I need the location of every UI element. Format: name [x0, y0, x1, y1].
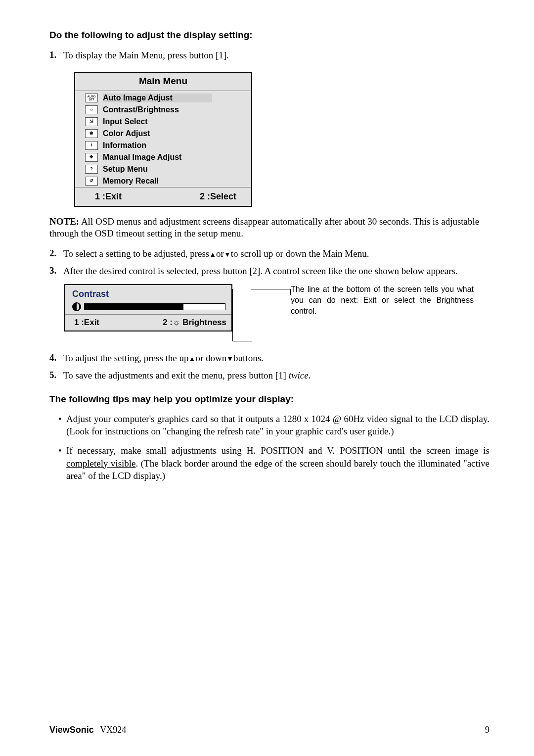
text-fragment: to scroll up or down the Main Menu.: [231, 248, 369, 259]
recall-icon: ↺: [85, 177, 98, 186]
info-icon: i: [85, 141, 98, 150]
main-menu-footer: 1 :Exit 2 :Select: [75, 187, 251, 206]
contrast-label: Contrast: [72, 289, 225, 299]
tips-list: • Adjust your computer's graphics card s…: [49, 413, 490, 482]
main-menu-osd: Main Menu AUTOSET Auto Image Adjust ☼ Co…: [74, 72, 252, 207]
menu-item-label: Auto Image Adjust: [103, 94, 212, 102]
emphasized-text: twice: [289, 370, 309, 380]
menu-item-color-adjust: ❀ Color Adjust: [78, 128, 248, 140]
footer-left: ViewSonic VX924: [49, 725, 126, 735]
step-4: 4. To adjust the setting, press the up▲o…: [49, 352, 490, 365]
text-fragment: or: [216, 248, 224, 259]
text-fragment: To adjust the setting, press the up: [63, 353, 189, 363]
tip-text: Adjust your computer's graphics card so …: [66, 413, 490, 438]
tip-item: • If necessary, make small adjustments u…: [58, 444, 490, 482]
menu-item-input-select: ⇲ Input Select: [78, 116, 248, 128]
contrast-exit: 1 :Exit: [74, 318, 99, 328]
bullet-icon: •: [58, 413, 66, 438]
menu-item-label: Color Adjust: [103, 129, 150, 138]
note-label: NOTE:: [49, 216, 79, 227]
menu-item-label: Contrast/Brightness: [103, 105, 179, 114]
menu-item-information: i Information: [78, 140, 248, 151]
auto-set-icon: AUTOSET: [85, 94, 98, 102]
tips-heading: The following tips may help you optimize…: [49, 394, 490, 405]
text-fragment: If necessary, make small adjustments usi…: [66, 445, 490, 456]
contrast-knob-icon: [72, 302, 81, 311]
model-name: VX924: [100, 725, 126, 735]
menu-item-auto-image-adjust: AUTOSET Auto Image Adjust: [78, 92, 248, 104]
contrast-osd: Contrast 1 :Exit 2 :☼ Brightness: [64, 284, 232, 331]
main-menu-list: AUTOSET Auto Image Adjust ☼ Contrast/Bri…: [75, 91, 251, 187]
step-1: 1. To display the Main Menu, press butto…: [49, 49, 490, 62]
step-text: To display the Main Menu, press button […: [63, 49, 490, 62]
menu-item-contrast-brightness: ☼ Contrast/Brightness: [78, 104, 248, 116]
up-arrow-icon: ▲: [209, 251, 216, 258]
tip-item: • Adjust your computer's graphics card s…: [58, 413, 490, 438]
step-number: 5.: [49, 370, 63, 382]
down-arrow-icon: ▼: [226, 355, 233, 363]
step-text: After the desired control is selected, p…: [63, 265, 490, 278]
underlined-text: completely visible: [66, 458, 136, 469]
callout-text: The line at the bottom of the screen tel…: [291, 284, 474, 316]
contrast-track: [84, 303, 225, 310]
menu-item-setup-menu: ? Setup Menu: [78, 163, 248, 175]
contrast-top: Contrast: [65, 285, 231, 315]
question-icon: ?: [85, 165, 98, 174]
menu-item-manual-image-adjust: ✥ Manual Image Adjust: [78, 151, 248, 163]
step-text: To adjust the setting, press the up▲or d…: [63, 352, 490, 365]
text-fragment: To select a setting to be adjusted, pres…: [63, 248, 209, 259]
page-footer: ViewSonic VX924 9: [49, 725, 490, 735]
text-fragment: buttons.: [233, 353, 264, 363]
menu-item-label: Manual Image Adjust: [103, 153, 181, 162]
section-heading: Do the following to adjust the display s…: [49, 30, 490, 41]
step-3: 3. After the desired control is selected…: [49, 265, 490, 278]
down-arrow-icon: ▼: [224, 251, 231, 258]
contrast-footer: 1 :Exit 2 :☼ Brightness: [65, 315, 231, 331]
contrast-brightness-option: 2 :☼ Brightness: [163, 318, 226, 328]
main-menu-title: Main Menu: [75, 73, 251, 91]
up-arrow-icon: ▲: [189, 355, 196, 363]
contrast-figure: Contrast 1 :Exit 2 :☼ Brightness The lin…: [64, 284, 490, 341]
text-fragment: or down: [195, 353, 226, 363]
contrast-remaining: [183, 303, 225, 310]
step-2: 2. To select a setting to be adjusted, p…: [49, 248, 490, 260]
menu-item-label: Information: [103, 141, 146, 150]
tip-text: If necessary, make small adjustments usi…: [66, 444, 490, 482]
note-paragraph: NOTE: All OSD menus and adjustment scree…: [49, 216, 490, 240]
callout-leader-line: [232, 289, 252, 341]
contrast-fill: [84, 303, 183, 310]
step-number: 2.: [49, 248, 63, 260]
footer-select: 2 :Select: [200, 191, 236, 202]
step-5: 5. To save the adjustments and exit the …: [49, 370, 490, 382]
step-number: 1.: [49, 49, 63, 62]
step-number: 4.: [49, 352, 63, 365]
bullet-icon: •: [58, 444, 66, 482]
menu-item-label: Setup Menu: [103, 165, 148, 174]
menu-item-label: Memory Recall: [103, 177, 159, 186]
step-text: To save the adjustments and exit the men…: [63, 370, 490, 382]
note-text: All OSD menus and adjustment screens dis…: [49, 216, 479, 239]
text-fragment: To save the adjustments and exit the men…: [63, 370, 289, 380]
step-number: 3.: [49, 265, 63, 278]
color-icon: ❀: [85, 129, 98, 138]
page-number: 9: [485, 725, 490, 735]
footer-exit: 1 :Exit: [95, 191, 122, 202]
menu-item-memory-recall: ↺ Memory Recall: [78, 175, 248, 187]
text-fragment: .: [309, 370, 311, 380]
brand-name: ViewSonic: [49, 725, 94, 735]
callout-leader-line: [251, 289, 291, 295]
manual-adjust-icon: ✥: [85, 153, 98, 162]
menu-item-label: Input Select: [103, 117, 148, 126]
step-text: To select a setting to be adjusted, pres…: [63, 248, 490, 260]
brightness-icon: ☼: [85, 105, 98, 114]
input-icon: ⇲: [85, 117, 98, 126]
contrast-slider: [72, 302, 225, 311]
